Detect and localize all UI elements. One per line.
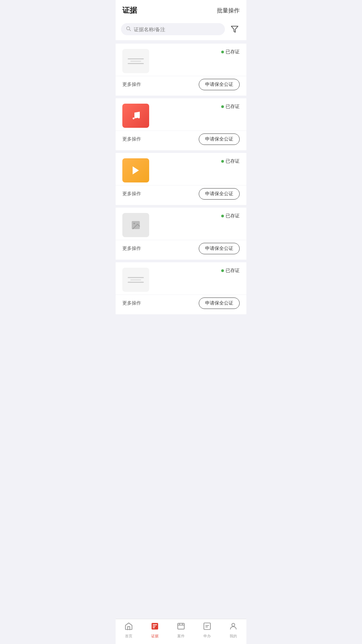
status-badge: 已存证 xyxy=(221,158,240,164)
status-badge: 已存证 xyxy=(221,213,240,219)
evidence-icon xyxy=(150,622,159,633)
evidence-card: 已存证 更多操作 申请保全公证 xyxy=(116,153,246,205)
more-actions-link[interactable]: 更多操作 xyxy=(122,191,141,197)
card-bottom: 更多操作 申请保全公证 xyxy=(116,130,246,150)
more-actions-link[interactable]: 更多操作 xyxy=(122,82,141,88)
notarize-button[interactable]: 申请保全公证 xyxy=(199,298,240,309)
card-top: 已存证 xyxy=(116,98,246,130)
search-input[interactable] xyxy=(134,26,220,32)
evidence-card: 已存证 更多操作 申请保全公证 xyxy=(116,98,246,150)
card-top: 已存证 xyxy=(116,153,246,185)
search-input-wrap[interactable] xyxy=(121,23,225,35)
evidence-thumbnail xyxy=(122,268,149,292)
svg-rect-11 xyxy=(204,623,210,630)
search-icon xyxy=(126,26,131,33)
status-dot-icon xyxy=(221,215,224,217)
notarize-button[interactable]: 申请保全公证 xyxy=(199,188,240,200)
page-title: 证据 xyxy=(122,5,137,15)
nav-label-apply: 申办 xyxy=(203,634,211,639)
svg-marker-2 xyxy=(231,26,238,32)
card-top: 已存证 xyxy=(116,44,246,76)
more-actions-link[interactable]: 更多操作 xyxy=(122,136,141,142)
sketch-decoration xyxy=(128,277,144,278)
search-bar xyxy=(116,19,246,40)
card-bottom: 更多操作 申请保全公证 xyxy=(116,185,246,205)
status-dot-icon xyxy=(221,105,224,108)
cases-icon xyxy=(177,622,185,633)
status-dot-icon xyxy=(221,160,224,163)
mine-icon xyxy=(229,622,238,633)
status-badge: 已存证 xyxy=(221,104,240,110)
evidence-card: 已存证 更多操作 申请保全公证 xyxy=(116,262,246,314)
evidence-card: 已存证 更多操作 申请保全公证 xyxy=(116,44,246,96)
nav-label-mine: 我的 xyxy=(230,634,237,639)
apply-icon xyxy=(203,622,212,633)
sketch-decoration xyxy=(128,282,144,283)
status-dot-icon xyxy=(221,269,224,272)
card-bottom: 更多操作 申请保全公证 xyxy=(116,76,246,96)
nav-item-home[interactable]: 首页 xyxy=(116,622,142,639)
more-actions-link[interactable]: 更多操作 xyxy=(122,300,141,306)
home-icon xyxy=(124,622,133,633)
filter-button[interactable] xyxy=(228,23,241,36)
card-top: 已存证 xyxy=(116,208,246,240)
sketch-decoration xyxy=(128,58,144,59)
svg-marker-3 xyxy=(133,166,139,174)
status-badge: 已存证 xyxy=(221,49,240,55)
card-bottom: 更多操作 申请保全公证 xyxy=(116,240,246,260)
svg-point-5 xyxy=(133,223,135,224)
bottom-nav: 首页 证据 案件 xyxy=(116,619,246,644)
notarize-button[interactable]: 申请保全公证 xyxy=(199,79,240,90)
nav-item-evidence[interactable]: 证据 xyxy=(142,622,168,639)
nav-item-mine[interactable]: 我的 xyxy=(220,622,246,639)
svg-point-13 xyxy=(232,623,235,626)
evidence-thumbnail xyxy=(122,49,149,73)
evidence-card: 已存证 更多操作 申请保全公证 xyxy=(116,208,246,260)
sketch-decoration xyxy=(130,61,141,62)
evidence-thumbnail xyxy=(122,213,149,237)
evidence-list: 已存证 更多操作 申请保全公证 已存证 更多操作 申请保全公证 xyxy=(116,40,246,344)
card-bottom: 更多操作 申请保全公证 xyxy=(116,294,246,314)
evidence-thumbnail xyxy=(122,158,149,182)
nav-item-cases[interactable]: 案件 xyxy=(168,622,194,639)
card-top: 已存证 xyxy=(116,262,246,294)
notarize-button[interactable]: 申请保全公证 xyxy=(199,243,240,254)
svg-rect-7 xyxy=(178,623,184,629)
svg-line-1 xyxy=(129,30,131,31)
notarize-button[interactable]: 申请保全公证 xyxy=(199,133,240,145)
batch-action-button[interactable]: 批量操作 xyxy=(217,7,240,14)
evidence-thumbnail xyxy=(122,104,149,128)
status-dot-icon xyxy=(221,51,224,53)
nav-label-evidence: 证据 xyxy=(151,634,159,639)
sketch-decoration xyxy=(130,279,141,280)
header: 证据 批量操作 xyxy=(116,0,246,19)
status-badge: 已存证 xyxy=(221,268,240,274)
nav-label-home: 首页 xyxy=(125,634,132,639)
nav-label-cases: 案件 xyxy=(177,634,185,639)
nav-item-apply[interactable]: 申办 xyxy=(194,622,220,639)
more-actions-link[interactable]: 更多操作 xyxy=(122,246,141,252)
sketch-decoration xyxy=(128,63,144,64)
